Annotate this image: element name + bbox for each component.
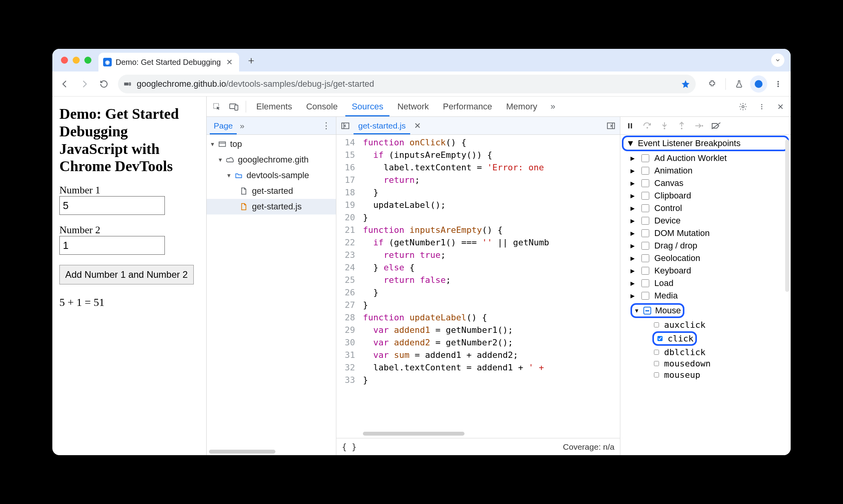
devtools-tab-elements[interactable]: Elements [250, 97, 298, 116]
tree-file-html[interactable]: get-started [207, 183, 336, 199]
code-editor[interactable]: 1415161718192021222324252627282930313233… [336, 135, 620, 438]
tree-file-js[interactable]: get-started.js [207, 199, 336, 214]
step-out-icon[interactable] [676, 120, 688, 132]
coverage-text: Coverage: n/a [563, 442, 614, 452]
checkbox[interactable] [641, 167, 649, 175]
category-label: DOM Mutation [654, 228, 710, 238]
browser-window: ◉ Demo: Get Started Debugging ✕ ＋ google… [52, 49, 791, 455]
close-file-icon[interactable]: ✕ [412, 121, 423, 130]
bookmark-star-icon[interactable] [681, 79, 690, 89]
chrome-menu-button[interactable] [770, 75, 787, 93]
step-over-icon[interactable] [641, 120, 653, 132]
devtools-menu-icon[interactable] [754, 99, 770, 114]
checkbox[interactable] [654, 322, 659, 327]
breakpoint-event[interactable]: auxclick [652, 319, 791, 331]
pretty-print-icon[interactable]: { } [342, 442, 357, 452]
forward-button[interactable] [76, 75, 93, 93]
new-tab-button[interactable]: ＋ [245, 54, 258, 67]
checkbox[interactable] [641, 279, 649, 287]
step-icon[interactable] [693, 120, 705, 132]
checkbox[interactable] [641, 192, 649, 200]
close-devtools-icon[interactable] [773, 99, 788, 114]
editor-tab[interactable]: get-started.js [354, 117, 410, 134]
breakpoint-category[interactable]: ▶Animation [628, 164, 791, 177]
toggle-navigator-icon[interactable] [339, 122, 352, 130]
input-number-1[interactable] [59, 196, 165, 215]
category-label: Drag / drop [654, 241, 697, 251]
checkbox[interactable] [654, 372, 659, 377]
navigator-tab-page[interactable]: Page [210, 117, 237, 134]
checkbox[interactable] [654, 361, 659, 366]
back-button[interactable] [56, 75, 73, 93]
devtools-tab-network[interactable]: Network [391, 97, 435, 116]
event-label: mouseup [664, 370, 700, 380]
breakpoint-category[interactable]: ▶Keyboard [628, 265, 791, 277]
breakpoint-category[interactable]: ▶Clipboard [628, 189, 791, 202]
navigator-scrollbar[interactable] [209, 450, 275, 454]
breakpoint-category[interactable]: ▶Control [628, 202, 791, 214]
checkbox[interactable] [641, 204, 649, 212]
breakpoint-event[interactable]: mouseup [652, 369, 791, 381]
devtools-tab-performance[interactable]: Performance [437, 97, 498, 116]
close-window-button[interactable] [61, 57, 68, 64]
category-label: Clipboard [654, 191, 691, 201]
breakpoint-category[interactable]: ▼Mouse [628, 302, 791, 319]
close-tab-button[interactable]: ✕ [225, 57, 234, 67]
checkbox[interactable] [641, 242, 649, 250]
inspect-element-icon[interactable] [209, 99, 225, 114]
labs-button[interactable] [730, 75, 748, 93]
tree-folder[interactable]: ▼ devtools-sample [207, 168, 336, 183]
checkbox[interactable] [641, 292, 649, 300]
breakpoint-event[interactable]: mousedown [652, 358, 791, 369]
navigator-more-icon[interactable]: » [237, 121, 248, 130]
tree-domain[interactable]: ▼ googlechrome.gith [207, 152, 336, 168]
checkbox[interactable] [657, 336, 663, 341]
deactivate-breakpoints-icon[interactable] [710, 120, 722, 132]
checkbox[interactable] [641, 154, 649, 162]
breakpoint-category[interactable]: ▶DOM Mutation [628, 227, 791, 239]
address-bar[interactable]: googlechrome.github.io/devtools-samples/… [118, 75, 696, 93]
settings-icon[interactable] [735, 99, 751, 114]
extensions-button[interactable] [704, 75, 721, 93]
event-listener-breakpoints-header[interactable]: ▼ Event Listener Breakpoints [622, 136, 789, 151]
breakpoint-event[interactable]: dblclick [652, 347, 791, 358]
browser-tab[interactable]: ◉ Demo: Get Started Debugging ✕ [98, 53, 239, 71]
site-info-icon[interactable] [123, 80, 132, 88]
checkbox[interactable] [641, 217, 649, 225]
add-button[interactable]: Add Number 1 and Number 2 [59, 265, 194, 284]
devtools-tab-console[interactable]: Console [300, 97, 344, 116]
checkbox[interactable] [654, 350, 659, 355]
breakpoint-category[interactable]: ▶Device [628, 214, 791, 227]
page-heading: Demo: Get Started Debugging JavaScript w… [59, 105, 199, 175]
category-label: Ad Auction Worklet [654, 153, 727, 163]
breakpoint-category[interactable]: ▶Drag / drop [628, 239, 791, 252]
debugger-scrollbar[interactable] [785, 139, 789, 292]
checkbox[interactable] [641, 267, 649, 275]
tree-top[interactable]: ▼ top [207, 136, 336, 152]
maximize-window-button[interactable] [84, 57, 91, 64]
input-number-2[interactable] [59, 236, 165, 255]
devtools-tab-memory[interactable]: Memory [500, 97, 543, 116]
profile-button[interactable] [750, 75, 767, 93]
checkbox[interactable] [641, 179, 649, 187]
breakpoint-category[interactable]: ▶Geolocation [628, 252, 791, 265]
breakpoint-category[interactable]: ▶Canvas [628, 177, 791, 189]
checkbox-indeterminate[interactable] [643, 307, 651, 315]
more-tabs-icon[interactable]: » [545, 99, 561, 114]
devtools-tab-sources[interactable]: Sources [345, 97, 389, 116]
checkbox[interactable] [641, 229, 649, 237]
tab-overflow-button[interactable] [771, 54, 784, 67]
pause-icon[interactable] [624, 120, 636, 132]
device-toolbar-icon[interactable] [226, 99, 242, 114]
breakpoint-category[interactable]: ▶Load [628, 277, 791, 290]
step-into-icon[interactable] [659, 120, 670, 132]
checkbox[interactable] [641, 254, 649, 262]
breakpoint-category[interactable]: ▶Ad Auction Worklet [628, 152, 791, 164]
navigator-menu-icon[interactable]: ⋮ [320, 121, 333, 131]
editor-h-scrollbar[interactable] [363, 432, 464, 436]
minimize-window-button[interactable] [73, 57, 80, 64]
reload-button[interactable] [95, 75, 113, 93]
breakpoint-category[interactable]: ▶Media [628, 290, 791, 302]
breakpoint-event[interactable]: click [652, 331, 791, 347]
toggle-debugger-icon[interactable] [604, 122, 618, 130]
